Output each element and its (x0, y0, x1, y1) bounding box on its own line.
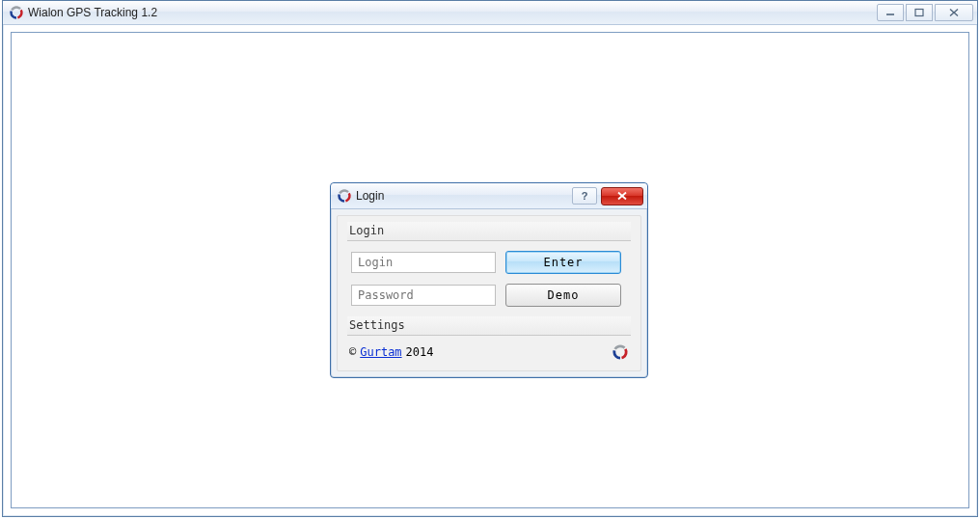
help-icon: ? (582, 190, 588, 202)
password-row: Demo (347, 284, 631, 307)
password-input[interactable] (351, 285, 496, 306)
dialog-titlebar[interactable]: Login ? (331, 183, 647, 209)
enter-button[interactable]: Enter (505, 251, 621, 274)
copyright-year: 2014 (406, 345, 434, 359)
close-button[interactable] (935, 4, 973, 21)
window-controls (877, 4, 973, 21)
help-button[interactable]: ? (572, 187, 597, 205)
minimize-button[interactable] (877, 4, 904, 21)
copyright-symbol: © (349, 345, 356, 359)
app-window: Wialon GPS Tracking 1.2 (2, 0, 978, 517)
settings-section-header[interactable]: Settings (347, 316, 631, 336)
close-icon (616, 191, 628, 201)
login-section-header[interactable]: Login (347, 222, 631, 241)
login-row: Enter (347, 251, 631, 274)
login-dialog: Login ? Login Enter (330, 182, 648, 378)
dialog-title: Login (352, 189, 572, 203)
app-client-area: Login ? Login Enter (11, 32, 969, 508)
login-input[interactable] (351, 252, 496, 273)
app-titlebar[interactable]: Wialon GPS Tracking 1.2 (3, 1, 977, 25)
dialog-close-button[interactable] (601, 187, 643, 205)
svg-rect-4 (915, 9, 923, 15)
app-logo-icon (9, 5, 24, 20)
dialog-logo-icon (337, 188, 352, 204)
demo-button[interactable]: Demo (505, 284, 621, 307)
gurtam-link[interactable]: Gurtam (360, 345, 401, 359)
footer-logo-icon (612, 343, 629, 361)
dialog-footer: © Gurtam 2014 (347, 343, 631, 363)
dialog-body: Login Enter Demo Settings © Gurtam 2014 (337, 215, 641, 371)
app-title: Wialon GPS Tracking 1.2 (24, 6, 877, 19)
maximize-button[interactable] (906, 4, 933, 21)
